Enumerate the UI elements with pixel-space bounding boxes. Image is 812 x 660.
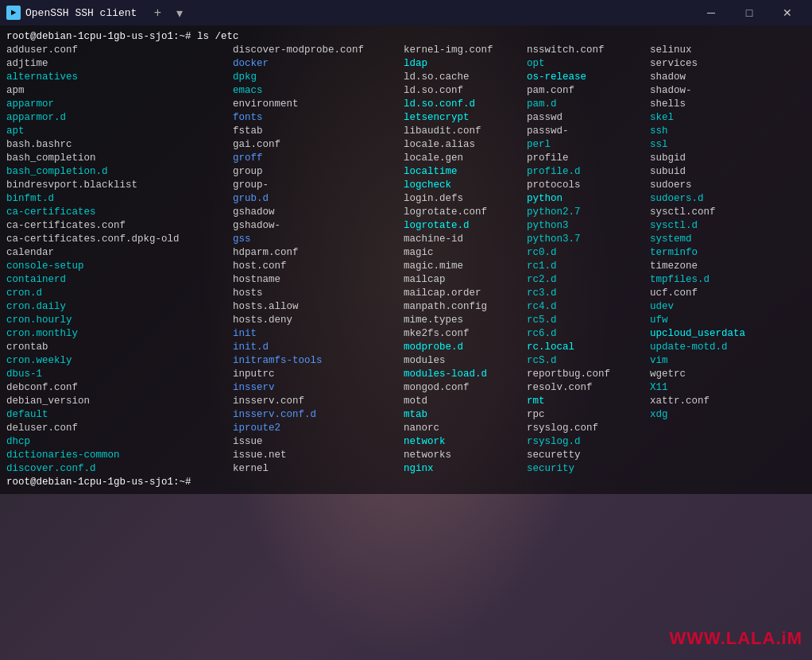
list-item: nanorc bbox=[404, 422, 527, 435]
ls-column-4: selinuxservicesshadowshadow-shellsskelss… bbox=[650, 44, 809, 476]
list-item: magic.mime bbox=[404, 260, 527, 273]
list-item: mailcap.order bbox=[404, 287, 527, 300]
list-item: ca-certificates.conf.dpkg-old bbox=[6, 233, 233, 246]
list-item: rc4.d bbox=[527, 300, 650, 314]
list-item: vim bbox=[650, 354, 809, 368]
list-item: deluser.conf bbox=[6, 422, 233, 435]
list-item: rsyslog.conf bbox=[527, 422, 650, 435]
list-item: default bbox=[6, 408, 233, 422]
list-item: profile.d bbox=[527, 165, 650, 179]
list-item: shadow- bbox=[650, 84, 809, 98]
list-item: ssh bbox=[650, 125, 809, 138]
list-item: init.d bbox=[233, 341, 404, 354]
list-item: rc2.d bbox=[527, 273, 650, 287]
list-item: console-setup bbox=[6, 260, 233, 273]
list-item: skel bbox=[650, 111, 809, 125]
list-item: ucf.conf bbox=[650, 287, 809, 300]
list-item: rmt bbox=[527, 395, 650, 408]
list-item: gss bbox=[233, 233, 404, 246]
list-item: insserv.conf bbox=[233, 395, 404, 408]
list-item: motd bbox=[404, 395, 527, 408]
prompt-text: root@debian-1cpu-1gb-us-sjo1:~# ls /etc bbox=[6, 31, 239, 42]
list-item: calendar bbox=[6, 246, 233, 260]
list-item: kernel-img.conf bbox=[404, 44, 527, 57]
list-item: mongod.conf bbox=[404, 381, 527, 395]
list-item: tmpfiles.d bbox=[650, 273, 809, 287]
list-item: systemd bbox=[650, 233, 809, 246]
list-item: gshadow bbox=[233, 206, 404, 219]
list-item: manpath.config bbox=[404, 300, 527, 314]
list-item: issue bbox=[233, 435, 404, 449]
list-item: logrotate.d bbox=[404, 219, 527, 233]
list-item: adjtime bbox=[6, 57, 233, 71]
list-item: grub.d bbox=[233, 192, 404, 206]
ls-column-1: discover-modprobe.confdockerdpkgemacsenv… bbox=[233, 44, 404, 476]
list-item: docker bbox=[233, 57, 404, 71]
list-item: debconf.conf bbox=[6, 381, 233, 395]
list-item: profile bbox=[527, 152, 650, 165]
list-item: containerd bbox=[6, 273, 233, 287]
list-item: python2.7 bbox=[527, 206, 650, 219]
list-item: insserv bbox=[233, 381, 404, 395]
minimize-button[interactable]: ─ bbox=[693, 0, 729, 25]
list-item: passwd bbox=[527, 111, 650, 125]
list-item: debian_version bbox=[6, 395, 233, 408]
list-item: insserv.conf.d bbox=[233, 408, 404, 422]
list-item: ld.so.cache bbox=[404, 71, 527, 84]
list-item: modules bbox=[404, 354, 527, 368]
list-item: issue.net bbox=[233, 449, 404, 462]
close-button[interactable]: ✕ bbox=[769, 0, 806, 25]
list-item: xdg bbox=[650, 408, 809, 422]
ls-column-2: kernel-img.confldapld.so.cacheld.so.conf… bbox=[404, 44, 527, 476]
list-item: cron.daily bbox=[6, 300, 233, 314]
terminal-content[interactable]: root@debian-1cpu-1gb-us-sjo1:~# ls /etc … bbox=[0, 25, 812, 494]
list-item: dpkg bbox=[233, 71, 404, 84]
list-item: group bbox=[233, 165, 404, 179]
list-item: cron.d bbox=[6, 287, 233, 300]
list-item: shadow bbox=[650, 71, 809, 84]
list-item: mtab bbox=[404, 408, 527, 422]
list-item: ca-certificates bbox=[6, 206, 233, 219]
list-item: fstab bbox=[233, 125, 404, 138]
list-item: groff bbox=[233, 152, 404, 165]
list-item: logcheck bbox=[404, 179, 527, 192]
list-item: ssl bbox=[650, 138, 809, 152]
list-item: update-motd.d bbox=[650, 341, 809, 354]
list-item: rc3.d bbox=[527, 287, 650, 300]
list-item: hdparm.conf bbox=[233, 246, 404, 260]
list-item: apm bbox=[6, 84, 233, 98]
list-item: hosts.allow bbox=[233, 300, 404, 314]
list-item: mailcap bbox=[404, 273, 527, 287]
list-item: adduser.conf bbox=[6, 44, 233, 57]
list-item: services bbox=[650, 57, 809, 71]
list-item: binfmt.d bbox=[6, 192, 233, 206]
terminal-window[interactable]: root@debian-1cpu-1gb-us-sjo1:~# ls /etc … bbox=[0, 25, 812, 660]
list-item: fonts bbox=[233, 111, 404, 125]
list-item: mime.types bbox=[404, 314, 527, 327]
tab-controls: + ▾ bbox=[148, 3, 189, 22]
maximize-button[interactable]: □ bbox=[731, 0, 768, 25]
list-item: libaudit.conf bbox=[404, 125, 527, 138]
list-item: selinux bbox=[650, 44, 809, 57]
list-item: magic bbox=[404, 246, 527, 260]
list-item: networks bbox=[404, 449, 527, 462]
list-item: inputrc bbox=[233, 368, 404, 381]
app-icon-symbol: ► bbox=[11, 8, 17, 17]
list-item: os-release bbox=[527, 71, 650, 84]
list-item: group- bbox=[233, 179, 404, 192]
tab-dropdown-button[interactable]: ▾ bbox=[170, 3, 189, 22]
list-item: xattr.conf bbox=[650, 395, 809, 408]
list-item: emacs bbox=[233, 84, 404, 98]
list-item: dictionaries-common bbox=[6, 449, 233, 462]
list-item: ca-certificates.conf bbox=[6, 219, 233, 233]
list-item: subuid bbox=[650, 165, 809, 179]
list-item: sysctl.d bbox=[650, 219, 809, 233]
ls-column-3: nsswitch.confoptos-releasepam.confpam.dp… bbox=[527, 44, 650, 476]
list-item: bash_completion.d bbox=[6, 165, 233, 179]
list-item: X11 bbox=[650, 381, 809, 395]
list-item: init bbox=[233, 327, 404, 341]
add-tab-button[interactable]: + bbox=[148, 3, 167, 22]
list-item: modprobe.d bbox=[404, 341, 527, 354]
list-item: cron.hourly bbox=[6, 314, 233, 327]
list-item: perl bbox=[527, 138, 650, 152]
